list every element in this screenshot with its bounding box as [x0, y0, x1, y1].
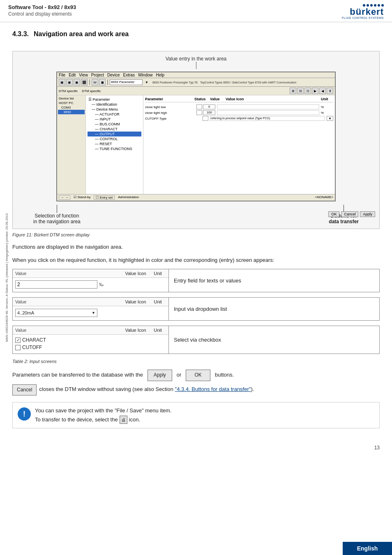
- burkert-logo: bürkert FLUID CONTROL SYSTEMS: [342, 4, 384, 19]
- menu-window[interactable]: Window: [138, 73, 153, 77]
- toolbar-btn-5[interactable]: W: [92, 79, 98, 86]
- it2-unit-header: Unit: [150, 299, 166, 304]
- it2-dropdown[interactable]: 4..20mA ▼: [15, 309, 97, 317]
- figure-caption: Figure 11: Bürkert DTM screen display: [12, 232, 380, 237]
- toolbar-btn-3[interactable]: ▣: [74, 79, 80, 86]
- toolbar-btn-1[interactable]: ▣: [59, 79, 65, 86]
- checkbox-cutoff-row: CUTOFF: [15, 344, 166, 351]
- annotation-left: Selection of function in the navigation …: [33, 205, 81, 224]
- it1-text-input[interactable]: [15, 280, 97, 289]
- nav-control[interactable]: — CONTROL: [88, 136, 141, 141]
- nav-identification[interactable]: — Identification: [88, 102, 141, 107]
- menu-help[interactable]: Help: [156, 73, 164, 77]
- col-parameter: Parameter: [145, 97, 191, 101]
- nav-input[interactable]: — INPUT: [88, 117, 141, 122]
- note-line1: You can save the project with the "File …: [35, 407, 374, 415]
- left-host-pc[interactable]: HOST PC: [58, 101, 85, 105]
- nav-output[interactable]: — OUTPUT: [88, 132, 141, 136]
- doc-subtitle: Control and display elements: [8, 11, 76, 17]
- menu-project[interactable]: Project: [91, 73, 104, 77]
- input-table-2: Value Value Icon Unit 4..20mA ▼ Input vi…: [12, 297, 380, 321]
- checkbox-cutoff[interactable]: [15, 345, 21, 350]
- note-line2-end: icon.: [129, 416, 140, 424]
- cancel-button[interactable]: Cancel: [12, 384, 37, 396]
- dtm-window: File Edit View Project Device Extras Win…: [56, 72, 336, 201]
- it1-unit-header: Unit: [150, 271, 166, 276]
- it2-dropdown-value: 4..20mA: [17, 310, 34, 315]
- page-header: Software Tool - 8x92 / 8x93 Control and …: [0, 0, 392, 22]
- checkbox-charact[interactable]: ✓: [15, 338, 21, 343]
- subtoolbar-btn4[interactable]: ▶: [312, 88, 318, 94]
- subtoolbar-btn6[interactable]: ⏸: [327, 88, 333, 94]
- left-device-list[interactable]: Device list: [58, 96, 85, 101]
- checkbox-cutoff-label: CUTOFF: [22, 345, 42, 350]
- side-label: MAN 1000184628 ML Version: A Status: RL …: [5, 213, 9, 342]
- buttons-paragraph: Parameters can be transferred to the dat…: [12, 370, 380, 381]
- checkbox-charact-row: ✓ CHARACT: [15, 336, 166, 344]
- paragraph-1: Functions are displayed in the navigatio…: [12, 243, 380, 251]
- ok-button[interactable]: OK: [186, 370, 210, 381]
- buttons-before-text: Parameters can be transferred to the dat…: [12, 372, 143, 378]
- toolbar-input[interactable]: 8693 Parameter: [110, 79, 143, 85]
- nav-reset[interactable]: — RESET: [88, 141, 141, 146]
- nav-parameter[interactable]: ☰ Parameter: [88, 97, 141, 102]
- it2-icon-header: Value Icon: [123, 299, 148, 304]
- section-number: 4.3.3.: [12, 30, 29, 38]
- col-status: Status: [194, 97, 207, 101]
- nav-charact[interactable]: — CHARACT: [88, 127, 141, 132]
- menu-edit[interactable]: Edit: [69, 73, 76, 77]
- subtoolbar-btn5[interactable]: ◀: [319, 88, 326, 94]
- nav-actuator[interactable]: — ACTUATOR: [88, 112, 141, 117]
- toolbar-btn-4[interactable]: ⬛: [81, 79, 88, 86]
- menu-view[interactable]: View: [79, 73, 88, 77]
- dropdown-arrow[interactable]: ▼: [327, 116, 333, 121]
- it1-description: Entry field for texts or values: [169, 269, 379, 292]
- screenshot-top-label: Value entry in the work area: [166, 56, 227, 62]
- left-com3[interactable]: COM3: [58, 105, 85, 110]
- checkbox-charact-label: CHARACT: [22, 337, 46, 343]
- paragraph-2: When you click on the required function,…: [12, 256, 380, 264]
- cancel-desc: closes the DTM window without saving (se…: [39, 384, 254, 394]
- it1-value-header: Value: [15, 271, 122, 276]
- subtoolbar-btn2[interactable]: ⊟: [297, 88, 304, 94]
- doc-title: Software Tool - 8x92 / 8x93: [8, 4, 76, 10]
- transfer-icon[interactable]: 🖨: [120, 416, 127, 424]
- nav-bus-comm[interactable]: — BUS.COMM: [88, 122, 141, 127]
- language-tab[interactable]: English: [343, 542, 392, 555]
- note-box: ! You can save the project with the "Fil…: [12, 402, 380, 428]
- menu-device[interactable]: Device: [107, 73, 120, 77]
- nav-tune-functions[interactable]: — TUNE FUNCTIONS: [88, 146, 141, 151]
- dtm-specific-label1: DTM specific: [59, 89, 78, 93]
- work-row-3: CUTOFF-Type referring to process setpoin…: [145, 116, 333, 121]
- menu-file[interactable]: File: [59, 73, 65, 77]
- screenshot-area: Value entry in the work area File Edit V…: [12, 51, 380, 229]
- it3-icon-header: Value Icon: [123, 328, 148, 333]
- status-entry: ☐ Entry set: [94, 195, 115, 200]
- subtoolbar-btn3[interactable]: ⊡: [304, 88, 311, 94]
- toolbar-label: ▼: [145, 81, 148, 84]
- it1-unit: ‰: [99, 282, 111, 287]
- status-standby: ☑ Stand-by: [74, 195, 90, 200]
- it3-description: Select via checkbox: [169, 326, 379, 354]
- toolbar-btn-6[interactable]: ◼: [99, 79, 106, 86]
- work-row-2: close tight high 100 %: [145, 110, 333, 116]
- col-value: Value: [210, 97, 222, 101]
- status-admin: Administration: [118, 195, 139, 200]
- it2-dropdown-arrow: ▼: [92, 311, 95, 315]
- note-line2: To transfer to the device, select the: [35, 416, 118, 424]
- left-8693[interactable]: 8693: [58, 110, 85, 114]
- section-link[interactable]: "4.3.4. Buttons for data transfer": [175, 386, 251, 392]
- nav-device-menu[interactable]: — Device Menu: [88, 107, 141, 112]
- input-table-3: Value Value Icon Unit ✓ CHARACT CUTOFF S…: [12, 326, 380, 354]
- toolbar-btn-2[interactable]: ▣: [66, 79, 73, 86]
- apply-button[interactable]: Apply: [148, 370, 172, 381]
- menu-extras[interactable]: Extras: [123, 73, 135, 77]
- status-bar-left: ← →: [59, 195, 70, 200]
- subtoolbar-btn1[interactable]: ⊞: [290, 88, 296, 94]
- it2-value-header: Value: [15, 299, 122, 304]
- it2-description: Input via dropdown list: [169, 298, 379, 320]
- col-unit: Unit: [321, 97, 333, 101]
- table-caption: Table 2: Input screens: [12, 359, 380, 364]
- logo-name: bürkert: [350, 7, 384, 16]
- col-value-icon: Value Icon: [226, 97, 318, 101]
